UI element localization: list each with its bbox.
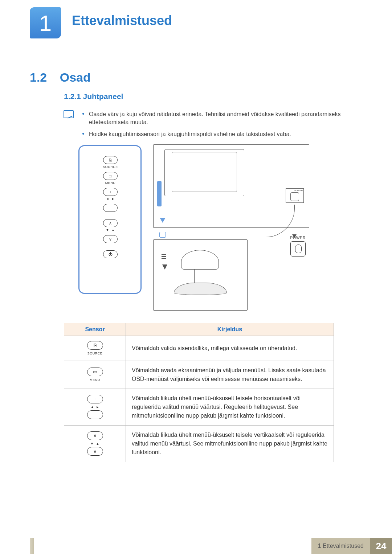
power-button-icon: ⏻ xyxy=(103,250,118,258)
sensor-sublabel: SOURCE xyxy=(66,351,124,356)
note-block: Osade värv ja kuju võivad näidatust erin… xyxy=(64,110,354,142)
table-row: + − Võimaldab liikuda ühelt menüü-üksuse… xyxy=(64,389,334,425)
subsection-heading: 1.2.1 Juhtpaneel xyxy=(64,92,123,101)
sensor-sublabel: MENU xyxy=(66,378,124,383)
desc-cell: Võimaldab liikuda ühelt menüü-üksuselt t… xyxy=(126,389,334,425)
chapter-tab: 1 xyxy=(30,7,61,38)
panel-label-menu: MENU xyxy=(105,181,116,185)
plus-button-icon: + xyxy=(87,395,103,403)
note-list: Osade värv ja kuju võivad näidatust erin… xyxy=(82,110,354,142)
section-heading: 1.2 Osad xyxy=(30,70,91,85)
power-socket-icon xyxy=(290,241,306,257)
control-panel-diagram: ⎘ SOURCE ▭ MENU + − ∧ ∨ ⏻ POWER POWER xyxy=(78,145,311,312)
down-arrow-icon xyxy=(162,264,167,270)
table-header-desc: Kirjeldus xyxy=(126,323,334,336)
pointer-arrow-icon xyxy=(160,218,166,223)
footer-chapter-text: 1 Ettevalmistused xyxy=(311,538,370,554)
lr-arrows-icon xyxy=(66,405,124,410)
panel-frame: ⎘ SOURCE ▭ MENU + − ∧ ∨ ⏻ xyxy=(78,145,142,294)
desc-cell: Võimaldab liikuda ühelt menüü-üksuselt t… xyxy=(126,425,334,462)
minus-button-icon: − xyxy=(87,410,103,419)
ud-arrows-icon xyxy=(66,442,124,447)
panel-label-ud xyxy=(106,228,115,232)
table-row: ⎘ SOURCE Võimaldab valida sisendallika, … xyxy=(64,336,334,361)
sensor-description-table: Sensor Kirjeldus ⎘ SOURCE Võimaldab vali… xyxy=(64,323,334,462)
footer-page-number: 24 xyxy=(370,538,392,554)
subsection-number: 1.2.1 xyxy=(64,92,81,100)
note-icon xyxy=(64,110,74,118)
power-box-icon: POWER xyxy=(286,188,304,203)
power-label: POWER xyxy=(285,236,311,240)
panel-label-lr xyxy=(106,197,115,201)
menu-button-icon: ▭ xyxy=(103,172,118,180)
table-header-sensor: Sensor xyxy=(64,323,126,336)
sensor-cell: ▭ MENU xyxy=(64,361,126,389)
up-button-icon: ∧ xyxy=(103,219,118,227)
desc-cell: Võimaldab valida sisendallika, millega v… xyxy=(126,336,334,361)
panel-slot-icon xyxy=(157,181,162,206)
sensor-port-icon xyxy=(159,232,166,238)
up-button-icon: ∧ xyxy=(87,431,103,440)
table-row: ▭ MENU Võimaldab avada ekraanimenüü ja v… xyxy=(64,361,334,389)
section-number: 1.2 xyxy=(30,70,47,84)
subsection-title: Juhtpaneel xyxy=(83,92,123,100)
source-button-icon: ⎘ xyxy=(103,156,118,164)
note-item: Hoidke kaugjuhtimissensori ja kaugjuhtim… xyxy=(82,130,354,138)
minus-button-icon: − xyxy=(103,204,118,212)
plus-button-icon: + xyxy=(103,188,118,196)
desc-cell: Võimaldab avada ekraanimenüü ja väljuda … xyxy=(126,361,334,389)
chapter-number: 1 xyxy=(39,10,52,36)
down-button-icon: ∨ xyxy=(103,235,118,243)
callout-curve-icon xyxy=(255,205,295,237)
chapter-title: Ettevalmistused xyxy=(72,13,172,28)
note-item: Osade värv ja kuju võivad näidatust erin… xyxy=(82,110,354,127)
panel-label-source: SOURCE xyxy=(103,165,118,169)
page-footer: 1 Ettevalmistused 24 xyxy=(0,538,392,554)
sensor-cell: ⎘ SOURCE xyxy=(64,336,126,361)
sensor-cell: ∧ ∨ xyxy=(64,425,126,462)
power-detail: POWER xyxy=(285,236,311,257)
source-button-icon: ⎘ xyxy=(87,341,103,350)
down-button-icon: ∨ xyxy=(87,447,103,456)
table-row: ∧ ∨ Võimaldab liikuda ühelt menüü-üksuse… xyxy=(64,425,334,462)
stand-diagram xyxy=(153,239,248,311)
section-title: Osad xyxy=(60,70,91,84)
menu-button-icon: ▭ xyxy=(87,368,103,376)
sensor-cell: + − xyxy=(64,389,126,425)
